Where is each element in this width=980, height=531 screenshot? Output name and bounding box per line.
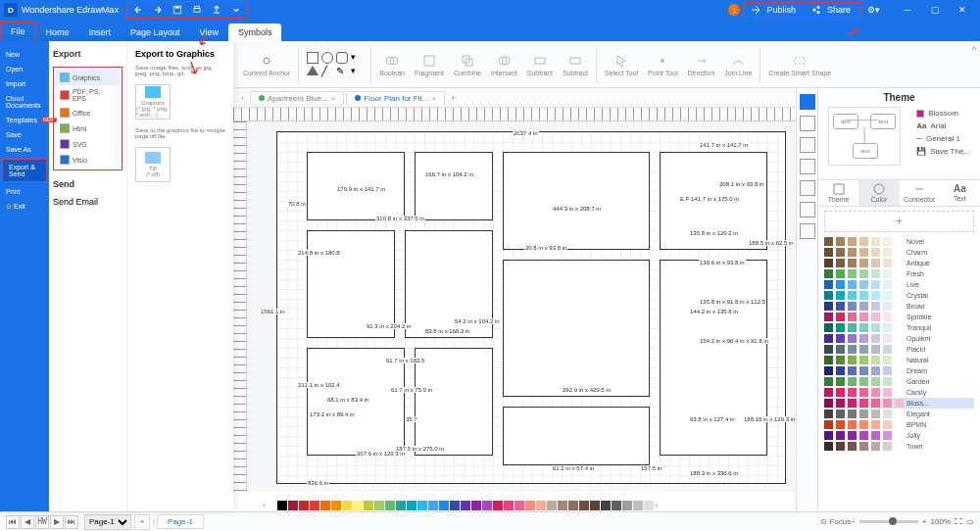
theme-tab-connector[interactable]: Connector <box>900 180 940 206</box>
colorbar-swatch[interactable] <box>579 501 589 510</box>
export-graphics-tile[interactable]: Graphics(*.jpg; *.png; *.emf…) <box>135 84 171 120</box>
menu-symbols[interactable]: Symbols <box>228 24 282 41</box>
colorbar-swatch[interactable] <box>320 501 330 510</box>
layers-panel-icon[interactable] <box>800 159 815 174</box>
export-office[interactable]: Office <box>56 105 120 121</box>
file-templates[interactable]: TemplatesNEW <box>0 113 49 127</box>
menu-page-layout[interactable]: Page Layout <box>121 24 190 41</box>
colorbar-swatch[interactable] <box>590 501 600 510</box>
export-html[interactable]: Html <box>56 121 120 136</box>
export-pdf[interactable]: PDF, PS, EPS <box>56 85 120 105</box>
pen-shape-icon[interactable]: ✎ <box>336 66 348 77</box>
theme-panel-icon[interactable] <box>800 94 815 110</box>
file-cloud-documents[interactable]: Cloud Documents <box>0 91 49 113</box>
colorbar-swatch[interactable] <box>353 501 363 510</box>
point-tool-button[interactable]: Point Tool <box>644 51 682 78</box>
tab-add-icon[interactable]: + <box>447 93 460 103</box>
room-box[interactable] <box>660 260 767 456</box>
palette-row[interactable]: Candy <box>824 387 974 398</box>
ribbon-collapse-icon[interactable]: ^ <box>972 45 976 55</box>
settings-icon[interactable]: ⚙▾ <box>867 5 880 15</box>
theme-tab-color[interactable]: Color <box>858 180 899 206</box>
tab-close-icon[interactable]: × <box>331 94 336 103</box>
join-line-button[interactable]: Join Line <box>720 51 756 78</box>
zoom-in-button[interactable]: + <box>922 517 927 526</box>
palette-row[interactable]: Natural <box>824 355 974 365</box>
colorbar-swatch[interactable] <box>482 501 492 510</box>
page-setup-icon[interactable] <box>800 137 815 153</box>
export-graphics[interactable]: Graphics <box>56 70 120 85</box>
colorbar-swatch[interactable] <box>288 501 298 510</box>
menu-home[interactable]: Home <box>36 24 79 41</box>
save-icon[interactable] <box>169 2 186 18</box>
file-save-as[interactable]: Save As <box>0 142 49 157</box>
file-exit[interactable]: ⊙ Exit <box>0 199 49 214</box>
pc-layout-icon[interactable]: HW <box>35 515 49 529</box>
palette-row[interactable]: Garden <box>824 376 974 387</box>
pc-next-icon[interactable]: ▶ <box>50 515 64 529</box>
colorbar-swatch[interactable] <box>364 501 373 510</box>
palette-row[interactable]: Novel <box>824 236 974 247</box>
fragment-button[interactable]: Fragment <box>411 51 448 78</box>
page-select[interactable]: Page-1 <box>84 514 131 530</box>
file-save[interactable]: Save <box>0 127 49 142</box>
palette-row[interactable]: Crystal <box>824 290 974 301</box>
rectangle-shape[interactable] <box>307 52 318 64</box>
doc-tab-apartment[interactable]: Apartment Blue...× <box>250 91 344 105</box>
palette-row[interactable]: Broad <box>824 301 974 312</box>
palette-row[interactable]: Sprinkle <box>824 312 974 322</box>
focus-toggle[interactable]: ⊙ Focus <box>820 517 851 526</box>
colorbar-prev-icon[interactable]: ‹ <box>263 501 266 510</box>
publish-button[interactable]: Publish <box>747 5 804 15</box>
doc-tab-floorplan[interactable]: Floor Plan for Fit...× <box>346 91 444 105</box>
colorbar-swatch[interactable] <box>342 501 352 510</box>
direction-button[interactable]: Direction <box>684 51 719 78</box>
file-open[interactable]: Open <box>0 62 49 76</box>
room-box[interactable] <box>415 152 493 220</box>
colorbar-swatch[interactable] <box>622 501 632 510</box>
palette-row[interactable]: Jolly <box>824 430 974 441</box>
theme-tab-text[interactable]: AaText <box>940 180 980 206</box>
maximize-icon[interactable]: ▢ <box>921 0 949 20</box>
subtract-button-2[interactable]: Subtract <box>559 51 592 78</box>
colorbar-swatch[interactable] <box>568 501 578 510</box>
colorbar-swatch[interactable] <box>547 501 557 510</box>
colorbar-swatch[interactable] <box>601 501 611 510</box>
file-import[interactable]: Import <box>0 76 49 91</box>
opt-blossom[interactable]: Blossom <box>916 107 970 120</box>
quick-access-dropdown-icon[interactable] <box>227 2 245 18</box>
colorbar-swatch[interactable] <box>461 501 470 510</box>
drawing-canvas[interactable]: 2037.4 in166.7 in x 104.2 in170.9 in x 1… <box>247 121 796 492</box>
palette-row[interactable]: Fresh <box>824 268 974 279</box>
combine-button[interactable]: Combine <box>450 51 485 78</box>
colorbar-swatch[interactable] <box>407 501 416 510</box>
colorbar-swatch[interactable] <box>558 501 567 510</box>
menu-insert[interactable]: Insert <box>79 24 122 41</box>
palette-row[interactable]: Tranquil <box>824 322 974 333</box>
convert-anchor-button[interactable]: Convert Anchor <box>239 51 294 78</box>
rounded-rect-shape[interactable] <box>336 52 348 64</box>
colorbar-swatch[interactable] <box>439 501 449 510</box>
tab-close-icon[interactable]: × <box>431 94 436 103</box>
history-panel-icon[interactable] <box>800 202 815 217</box>
intersect-button[interactable]: Intersect <box>487 51 521 78</box>
menu-view[interactable]: View <box>190 24 228 41</box>
colorbar-swatch[interactable] <box>385 501 395 510</box>
page-tab[interactable]: Page-1 <box>157 514 204 529</box>
colorbar-swatch[interactable] <box>493 501 503 510</box>
palette-row[interactable]: Town <box>824 441 974 452</box>
ellipse-shape[interactable] <box>321 52 333 64</box>
add-custom-theme[interactable]: + <box>824 211 974 232</box>
room-box[interactable] <box>503 152 650 250</box>
opt-font[interactable]: AaArial <box>916 120 970 132</box>
palette-row[interactable]: Opulent <box>824 333 974 344</box>
palette-panel-icon[interactable] <box>800 116 815 131</box>
opt-save-theme[interactable]: 💾Save The... <box>916 145 970 158</box>
room-box[interactable] <box>415 348 493 456</box>
share-button[interactable]: Share <box>808 5 858 15</box>
boolean-button[interactable]: Boolean <box>375 51 409 78</box>
colorbar-swatch[interactable] <box>396 501 406 510</box>
colorbar-swatch[interactable] <box>504 501 514 510</box>
colorbar-swatch[interactable] <box>374 501 384 510</box>
colorbar-swatch[interactable] <box>331 501 341 510</box>
